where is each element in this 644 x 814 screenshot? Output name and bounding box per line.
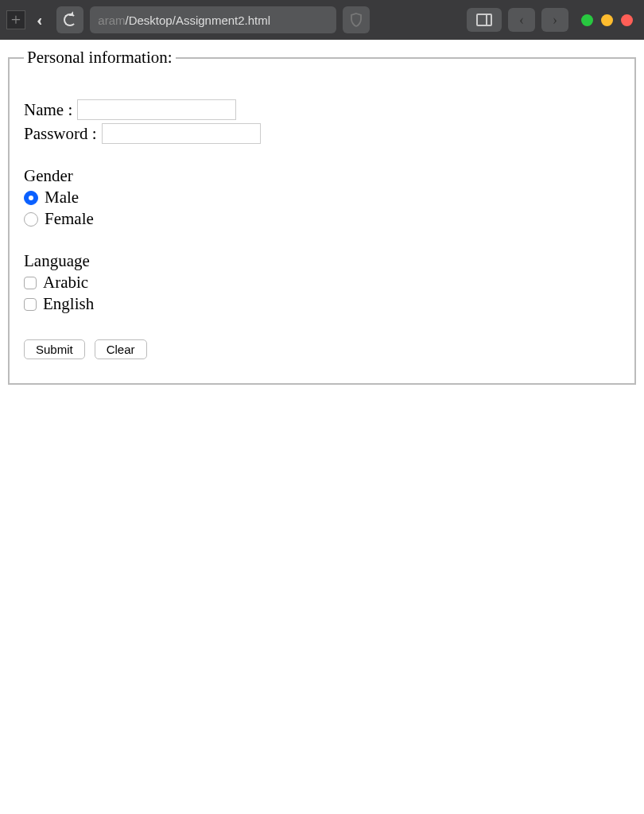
back-button[interactable]: ‹ (508, 8, 535, 32)
language-checkbox-arabic[interactable] (24, 277, 37, 289)
sidebar-toggle-button[interactable] (467, 8, 502, 32)
gender-radio-female[interactable] (24, 212, 38, 227)
url-path: /Desktop/Assignment2.html (126, 14, 271, 27)
window-controls (581, 14, 633, 26)
browser-toolbar: + ‹‹ aram/Desktop/Assignment2.html ‹ › (0, 0, 644, 40)
new-tab-button[interactable]: + (6, 10, 25, 29)
personal-info-fieldset: Personal information: Name : Password : … (8, 48, 636, 385)
gender-option-label: Male (45, 188, 79, 207)
clear-button[interactable]: Clear (95, 339, 147, 359)
name-label: Name : (24, 100, 72, 120)
page-content: Personal information: Name : Password : … (0, 40, 644, 393)
language-checkbox-english[interactable] (24, 298, 37, 311)
url-host: aram (98, 14, 125, 27)
minimize-button[interactable] (581, 14, 593, 26)
gender-radio-male[interactable] (24, 191, 38, 205)
maximize-button[interactable] (601, 14, 613, 26)
reload-button[interactable] (56, 6, 83, 33)
shield-icon (350, 13, 363, 27)
password-input[interactable] (102, 123, 261, 144)
reload-icon (64, 14, 76, 26)
gender-label: Gender (24, 166, 620, 186)
name-input[interactable] (77, 99, 236, 120)
chevron-right-icon: › (553, 12, 557, 29)
address-bar[interactable]: aram/Desktop/Assignment2.html (90, 6, 336, 33)
submit-button[interactable]: Submit (24, 339, 85, 359)
chevron-left-icon: ‹ (519, 12, 524, 29)
sidebar-icon (476, 14, 492, 26)
language-label: Language (24, 251, 620, 271)
password-label: Password : (24, 124, 97, 144)
tab-overflow-icon[interactable]: ‹‹ (37, 11, 37, 29)
language-option-label: Arabic (43, 273, 88, 293)
language-option-label: English (43, 294, 94, 314)
fieldset-legend: Personal information: (24, 48, 176, 68)
gender-option-label: Female (45, 209, 94, 229)
close-button[interactable] (621, 14, 633, 26)
reader-shield-button[interactable] (343, 6, 370, 33)
forward-button[interactable]: › (541, 8, 568, 32)
